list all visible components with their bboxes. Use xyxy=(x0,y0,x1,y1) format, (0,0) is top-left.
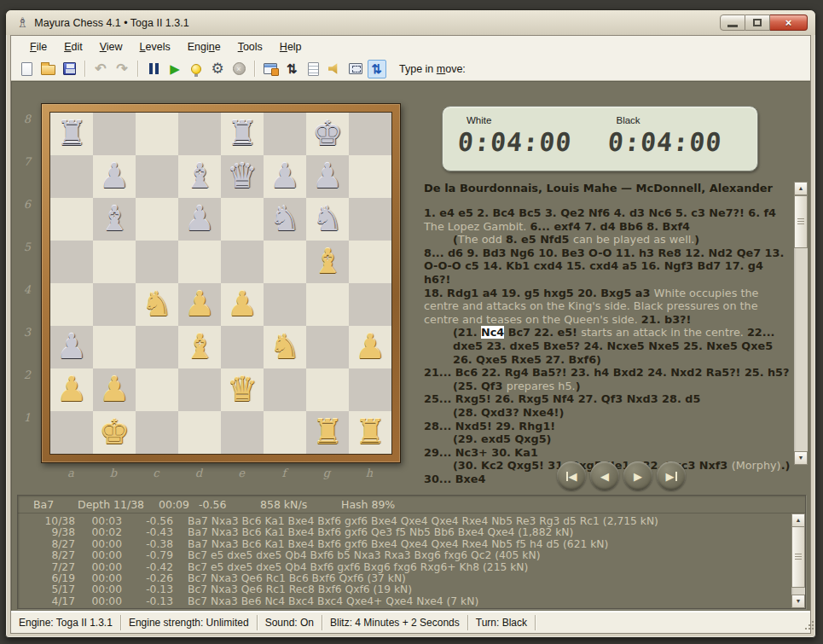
move-text[interactable]: (25. Qf3 xyxy=(453,380,507,392)
white-piece-r[interactable]: ♜ xyxy=(349,411,391,454)
black-piece-p[interactable]: ♟ xyxy=(178,198,221,241)
move-text[interactable]: 30... Bxe4 xyxy=(424,473,485,485)
move-text[interactable]: 21. b3?! xyxy=(641,313,691,326)
play-button[interactable]: ▶ xyxy=(165,60,184,78)
analysis-row[interactable]: 8/2700:00-0.38Ba7 Nxa3 Bc6 Ka1 Bxe4 Bxf6… xyxy=(18,539,805,550)
analysis-row[interactable]: 6/1900:00-0.26Bc7 Nxa3 Qe6 Rc1 Bc6 Bxf6 … xyxy=(18,573,805,584)
square-b3[interactable] xyxy=(93,326,136,368)
square-h5[interactable] xyxy=(349,241,391,283)
close-button[interactable]: × xyxy=(770,15,808,31)
next-move-button[interactable]: ▶ xyxy=(623,461,652,490)
analysis-row[interactable]: 4/1700:00-0.13Bc7 Nxa3 Be6 Nc4 Bxc4 Bxc4… xyxy=(18,596,805,607)
square-d6[interactable]: ♟ xyxy=(178,198,221,241)
analysis-row[interactable]: 8/2700:00-0.79Bc7 e5 dxe5 dxe5 Qb4 Bxf6 … xyxy=(18,550,805,561)
scroll-thumb[interactable] xyxy=(794,195,808,248)
last-move-button[interactable]: ▶ xyxy=(657,461,686,490)
square-f8[interactable] xyxy=(264,113,306,155)
menu-levels[interactable]: Levels xyxy=(131,38,179,55)
menu-file[interactable]: File xyxy=(21,38,55,55)
square-f6[interactable]: ♞ xyxy=(264,198,306,241)
square-c2[interactable] xyxy=(136,368,178,411)
square-e3[interactable] xyxy=(221,326,264,368)
square-e6[interactable] xyxy=(221,198,264,241)
move-text[interactable]: .) xyxy=(781,459,791,472)
stop-button[interactable]: × xyxy=(229,60,248,78)
square-h8[interactable] xyxy=(349,113,391,155)
white-piece-p[interactable]: ♟ xyxy=(93,368,136,411)
pause-button[interactable] xyxy=(144,60,163,78)
move-text[interactable]: 21... Bc6 22. Rg4 Ba5?! 23. h4 Bxd2 24. … xyxy=(424,366,789,379)
move-text[interactable]: 18. Rdg1 a4 19. g5 hxg5 20. Bxg5 a3 xyxy=(424,287,654,299)
square-d3[interactable]: ♝ xyxy=(178,326,221,368)
square-h1[interactable]: ♜ xyxy=(349,411,391,454)
black-piece-p[interactable]: ♟ xyxy=(50,326,93,368)
new-game-button[interactable] xyxy=(17,60,36,78)
black-piece-r[interactable]: ♜ xyxy=(221,113,264,155)
menu-help[interactable]: Help xyxy=(271,38,310,55)
square-f5[interactable] xyxy=(264,241,306,283)
square-a1[interactable] xyxy=(50,411,93,454)
square-e5[interactable] xyxy=(221,241,264,283)
square-b8[interactable] xyxy=(93,113,136,155)
scroll-down-button[interactable]: ▼ xyxy=(791,595,805,608)
scroll-up-button[interactable]: ▲ xyxy=(791,513,805,527)
notation-button[interactable] xyxy=(304,60,322,78)
menu-tools[interactable]: Tools xyxy=(229,38,271,55)
black-piece-k[interactable]: ♚ xyxy=(306,113,349,155)
square-g1[interactable]: ♜ xyxy=(306,411,349,454)
white-piece-b[interactable]: ♝ xyxy=(306,241,349,283)
hint-button[interactable] xyxy=(187,60,206,78)
white-piece-n[interactable]: ♞ xyxy=(136,283,178,326)
black-piece-q[interactable]: ♛ xyxy=(221,155,264,198)
black-piece-p[interactable]: ♟ xyxy=(93,155,136,198)
square-d8[interactable] xyxy=(178,113,221,155)
square-a2[interactable]: ♟ xyxy=(50,368,93,411)
move-text[interactable]: 8. e5 Nfd5 xyxy=(506,233,573,246)
black-piece-b[interactable]: ♝ xyxy=(93,198,136,241)
square-f4[interactable] xyxy=(264,283,306,326)
square-a8[interactable]: ♜ xyxy=(50,113,93,155)
undo-button[interactable]: ↶ xyxy=(91,60,110,78)
square-b5[interactable] xyxy=(93,241,136,283)
board-size-button[interactable] xyxy=(346,60,365,78)
white-piece-n[interactable]: ♞ xyxy=(264,326,306,368)
square-g8[interactable]: ♚ xyxy=(306,113,349,155)
square-d1[interactable] xyxy=(178,411,221,454)
open-button[interactable] xyxy=(38,60,57,78)
square-f3[interactable]: ♞ xyxy=(264,326,306,368)
white-piece-p[interactable]: ♟ xyxy=(178,283,221,326)
current-move-highlight[interactable]: Nc4 xyxy=(481,326,504,339)
first-move-button[interactable]: ◀ xyxy=(557,461,586,490)
square-e8[interactable]: ♜ xyxy=(221,113,264,155)
analysis-row[interactable]: 10/3800:03-0.56Ba7 Nxa3 Bc6 Ka1 Bxe4 Bxf… xyxy=(18,516,805,527)
square-g7[interactable]: ♟ xyxy=(306,155,349,198)
black-piece-p[interactable]: ♟ xyxy=(306,155,349,198)
square-h7[interactable] xyxy=(349,155,391,198)
move-list-button[interactable]: ⇅ xyxy=(282,60,301,78)
square-b1[interactable]: ♚ xyxy=(93,411,136,454)
square-g6[interactable]: ♞ xyxy=(306,198,349,241)
square-h4[interactable] xyxy=(349,283,391,326)
move-text[interactable]: (29. exd5 Qxg5) xyxy=(453,432,551,445)
white-piece-r[interactable]: ♜ xyxy=(306,411,349,454)
square-g5[interactable]: ♝ xyxy=(306,241,349,283)
white-piece-k[interactable]: ♚ xyxy=(93,411,136,454)
square-b4[interactable] xyxy=(93,283,136,326)
black-piece-b[interactable]: ♝ xyxy=(178,155,221,198)
square-a6[interactable] xyxy=(50,198,93,241)
square-h6[interactable] xyxy=(349,198,391,241)
move-text[interactable]: (28. Qxd3? Nxe4!) xyxy=(453,406,564,419)
redo-button[interactable]: ↷ xyxy=(113,60,131,78)
square-f2[interactable] xyxy=(264,368,306,411)
square-c4[interactable]: ♞ xyxy=(136,283,178,326)
scroll-up-button[interactable]: ▲ xyxy=(794,182,808,195)
move-text[interactable]: 29... Nc3+ 30. Ka1 xyxy=(424,446,538,459)
save-button[interactable] xyxy=(60,60,78,78)
white-piece-p[interactable]: ♟ xyxy=(349,326,391,368)
white-piece-p[interactable]: ♟ xyxy=(221,283,264,326)
flip-board-button[interactable]: ⇄ xyxy=(368,60,386,78)
prev-move-button[interactable]: ◀ xyxy=(590,461,619,490)
square-g2[interactable] xyxy=(306,368,349,411)
scroll-down-button[interactable]: ▼ xyxy=(794,451,808,465)
sound-button[interactable] xyxy=(325,60,344,78)
